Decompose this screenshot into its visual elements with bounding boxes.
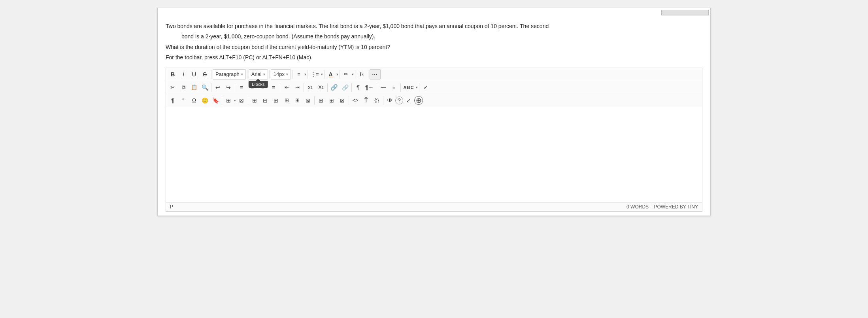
separator-r2-4 xyxy=(304,83,304,92)
size-dropdown[interactable]: 14px ▾ xyxy=(271,69,291,80)
indent-button[interactable]: ⇥ xyxy=(292,82,302,93)
nonbreaking-button[interactable]: T̈ xyxy=(361,95,371,106)
separator-3 xyxy=(269,70,270,79)
find-button[interactable]: 🔍 xyxy=(200,82,210,93)
cut-button[interactable]: ✂ xyxy=(168,82,178,93)
align-justify-button[interactable]: ≡ xyxy=(268,82,279,93)
insert-table-button[interactable]: ⊞ xyxy=(223,95,234,106)
paragraph-dropdown[interactable]: Paragraph ▾ xyxy=(213,69,246,80)
copy-button[interactable]: ⧉ xyxy=(178,82,189,93)
highlight-button[interactable]: ✏ xyxy=(341,69,351,80)
hr-button[interactable]: — xyxy=(378,82,389,93)
table-delete-row[interactable]: ⊠ xyxy=(337,95,347,106)
format-marks-button[interactable]: ¶ xyxy=(168,95,178,106)
separator-r3-2 xyxy=(248,96,248,105)
align-right-button[interactable]: ≡ xyxy=(258,82,268,93)
question-line4: For the toolbar, press ALT+F10 (PC) or A… xyxy=(166,53,702,62)
ordered-list-chevron[interactable]: ▾ xyxy=(321,72,323,76)
outdent-button[interactable]: ⇤ xyxy=(281,82,292,93)
font-chevron: ▾ xyxy=(263,72,265,76)
unordered-list-chevron[interactable]: ▾ xyxy=(304,72,306,76)
separator-r2-7 xyxy=(377,83,377,92)
preview-button[interactable]: 👁 xyxy=(385,95,395,106)
more-button[interactable]: ··· xyxy=(370,69,381,80)
editor-container: Two bonds are available for purchase in … xyxy=(157,8,711,216)
table-insert-col-before[interactable]: ⊞ xyxy=(249,95,260,106)
scrollbar[interactable] xyxy=(661,10,709,15)
bookmark-button[interactable]: 🔖 xyxy=(210,95,221,106)
statusbar: P 0 WORDS POWERED BY TINY xyxy=(166,202,702,211)
table-insert-col-after[interactable]: ⊟ xyxy=(260,95,270,106)
pilcrow-button[interactable]: ¶← xyxy=(364,82,376,93)
clear-format-button[interactable]: Ix xyxy=(357,69,367,80)
statusbar-right: 0 WORDS POWERED BY TINY xyxy=(626,204,698,210)
fullscreen-button[interactable]: ⤢ xyxy=(404,95,414,106)
size-label: 14px xyxy=(274,71,285,77)
unlink-button[interactable]: 🔗 xyxy=(340,82,350,93)
font-dropdown[interactable]: Arial ▾ Blocks xyxy=(249,69,268,80)
help-button[interactable]: ? xyxy=(395,97,403,104)
link-button[interactable]: 🔗 xyxy=(329,82,340,93)
emoji-button[interactable]: 🙂 xyxy=(200,95,210,106)
special-chars-button[interactable]: Ω xyxy=(189,95,199,106)
question-line1: Two bonds are available for purchase in … xyxy=(166,22,702,30)
table-cell-props[interactable]: ⊞ xyxy=(316,95,326,106)
unordered-list-button[interactable]: ≡ xyxy=(294,69,304,80)
separator-r2-1 xyxy=(211,83,211,92)
table-insert-row-after[interactable]: ⊞ xyxy=(281,95,292,106)
word-count: 0 WORDS xyxy=(626,204,649,210)
font-color-chevron[interactable]: ▾ xyxy=(336,72,338,76)
question-text: Two bonds are available for purchase in … xyxy=(158,15,710,68)
strikethrough-button[interactable]: S xyxy=(200,69,210,80)
italic-button[interactable]: I xyxy=(178,69,189,80)
separator-6 xyxy=(324,70,325,79)
align-center-button[interactable]: ≡ xyxy=(247,82,257,93)
template-button[interactable]: {;} xyxy=(372,95,382,106)
separator-r2-8 xyxy=(400,83,401,92)
toolbar-row-2: ✂ ⧉ 📋 🔍 ↩ ↪ ≡ ≡ ≡ ≡ ⇤ ⇥ x2 X2 🔗 🔗 xyxy=(166,81,702,94)
separator-5 xyxy=(308,70,308,79)
separator-r3-5 xyxy=(383,96,383,105)
table-chevron[interactable]: ▾ xyxy=(234,98,236,102)
editor-content[interactable] xyxy=(166,107,702,202)
question-line2: bond is a 2-year, $1,000, zero-coupon bo… xyxy=(166,32,702,41)
separator-8 xyxy=(355,70,355,79)
separator-9 xyxy=(368,70,368,79)
add-button[interactable]: ⊕ xyxy=(414,96,423,105)
undo-button[interactable]: ↩ xyxy=(213,82,223,93)
redo-button[interactable]: ↪ xyxy=(223,82,234,93)
show-blocks-button[interactable]: ¶ xyxy=(353,82,363,93)
source-code-button[interactable]: <> xyxy=(350,95,360,106)
table-insert-row-before[interactable]: ⊞ xyxy=(271,95,281,106)
size-chevron: ▾ xyxy=(286,72,288,76)
subscript-button[interactable]: X2 xyxy=(316,82,326,93)
editor-wrapper: B I U S Paragraph ▾ Arial ▾ Blocks 14px … xyxy=(166,68,702,212)
ordered-list-button[interactable]: ⋮≡ xyxy=(309,69,321,80)
insert-char-button[interactable]: ± xyxy=(389,82,399,93)
question-line3: What is the duration of the coupon bond … xyxy=(166,43,702,51)
paste-button[interactable]: 📋 xyxy=(189,82,199,93)
powered-by: POWERED BY TINY xyxy=(654,204,698,210)
separator-r2-9 xyxy=(419,83,419,92)
toolbar-row-1: B I U S Paragraph ▾ Arial ▾ Blocks 14px … xyxy=(166,68,702,81)
blockquote-button[interactable]: " xyxy=(178,95,189,106)
table-delete-button[interactable]: ⊠ xyxy=(236,95,247,106)
font-color-button[interactable]: A xyxy=(326,69,336,80)
highlight-chevron[interactable]: ▾ xyxy=(352,72,354,76)
superscript-button[interactable]: x2 xyxy=(305,82,315,93)
table-split-cell[interactable]: ⊠ xyxy=(303,95,313,106)
table-row-props[interactable]: ⊞ xyxy=(326,95,337,106)
spellcheck-chevron[interactable]: ▾ xyxy=(416,85,418,89)
current-element: P xyxy=(170,204,173,210)
spellcheck-button[interactable]: ABC xyxy=(402,82,416,93)
bold-button[interactable]: B xyxy=(168,69,178,80)
align-left-button[interactable]: ≡ xyxy=(236,82,247,93)
separator-r2-2 xyxy=(235,83,235,92)
separator-7 xyxy=(340,70,340,79)
separator-r3-3 xyxy=(314,96,315,105)
check-button[interactable]: ✓ xyxy=(421,82,431,93)
table-merge-cells[interactable]: ⊞ xyxy=(292,95,302,106)
separator-4 xyxy=(292,70,292,79)
underline-button[interactable]: U xyxy=(189,69,199,80)
separator-1 xyxy=(211,70,211,79)
